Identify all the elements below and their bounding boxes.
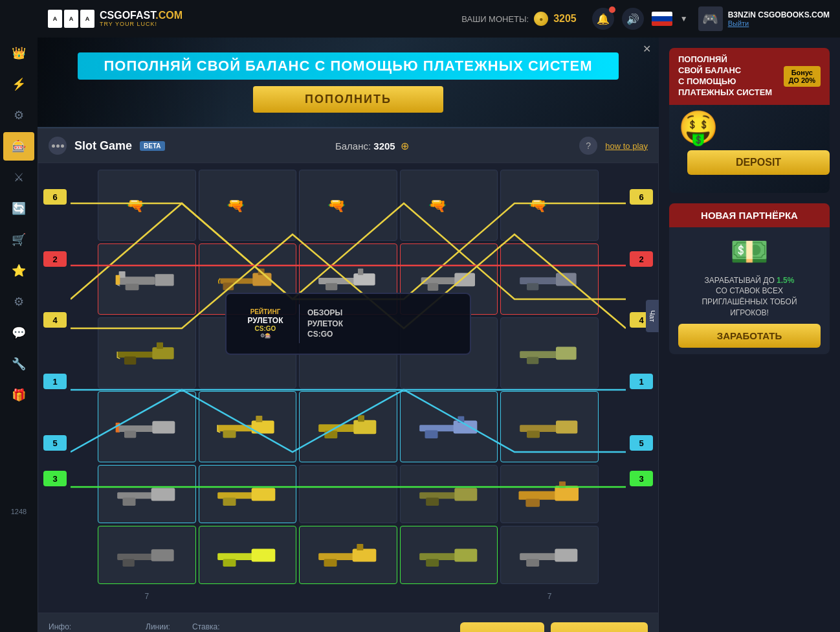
ctrl-lines-section: Линии: + 6 -: [146, 622, 179, 632]
svg-rect-53: [117, 492, 157, 499]
language-flag[interactable]: [652, 12, 672, 26]
svg-rect-28: [152, 347, 173, 359]
how-to-play-link[interactable]: how to play: [605, 141, 648, 151]
svg-rect-35: [118, 425, 157, 432]
deposit-card-body: 🤑: [669, 105, 830, 150]
ctrl-info-section: Инфо: ВАШ БАЛАНС: 3205: [49, 622, 133, 632]
sidebar-item-settings[interactable]: ⚙: [3, 288, 34, 316]
banner-close-btn[interactable]: ✕: [643, 43, 651, 55]
slot-cell-4-1: [199, 465, 297, 523]
svg-rect-20: [326, 283, 337, 290]
earn-btn[interactable]: ЗАРАБОТАТЬ: [678, 324, 821, 348]
slot-game-container: Slot Game BETA Баланс: 3205 ⊕ ? how to p…: [38, 128, 659, 632]
line-6-left: 6: [43, 189, 67, 205]
slot-balance-value: 3205: [373, 141, 395, 152]
sidebar-item-cart[interactable]: 🛒: [3, 225, 34, 254]
bonus-badge: Бонус ДО 20%: [784, 66, 821, 87]
slot-cell-4-2: [299, 465, 397, 523]
logo-icon-1: A: [48, 10, 62, 28]
svg-rect-55: [122, 497, 135, 506]
slot-row-5: [98, 465, 599, 523]
svg-rect-80: [555, 548, 578, 561]
svg-rect-38: [218, 425, 258, 431]
svg-rect-67: [151, 549, 173, 561]
slot-cell-5-1: [199, 526, 297, 584]
slot-cell-5-0: [98, 526, 196, 584]
slot-row-numbers: 7 7: [98, 587, 599, 606]
svg-rect-73: [353, 548, 377, 561]
balance-add-btn[interactable]: ⊕: [401, 141, 409, 152]
svg-rect-78: [426, 559, 439, 567]
sidebar-item-star[interactable]: ⭐: [3, 256, 34, 285]
slot-header: Slot Game BETA Баланс: 3205 ⊕ ? how to p…: [38, 129, 658, 163]
fry-character: 🤑: [678, 111, 718, 144]
sidebar-item-vs[interactable]: ⚔: [3, 163, 34, 192]
svg-rect-70: [252, 548, 276, 561]
line-3-right: 3: [630, 471, 653, 486]
sidebar-item-wrench[interactable]: 🔧: [3, 350, 34, 378]
line-5-right: 5: [630, 435, 653, 451]
col-num-7-3: [299, 587, 397, 606]
svg-rect-57: [252, 488, 276, 501]
svg-rect-48: [458, 416, 464, 422]
slot-controls: Инфо: ВАШ БАЛАНС: 3205 Линии: + 6 - Став…: [38, 613, 658, 632]
svg-rect-25: [556, 273, 577, 286]
sidebar-item-gift[interactable]: 🎁: [3, 381, 34, 409]
bonus-label: Бонус: [789, 69, 815, 76]
deposit-btn[interactable]: DEPOSIT: [687, 150, 830, 175]
notif-badge: [609, 6, 615, 13]
partner-text: ЗАРАБАТЫВАЙ ДО 1.5% СО СТАВОК ВСЕХПРИГЛА…: [702, 275, 797, 319]
partner-percent: 1.5%: [777, 276, 794, 285]
svg-rect-65: [526, 499, 540, 507]
notification-btn[interactable]: 🔔: [592, 8, 614, 30]
slot-cell-5-4: [500, 526, 599, 584]
svg-rect-69: [218, 553, 258, 560]
line-4-left: 4: [43, 312, 67, 328]
banner-title: ПОПОЛНЯЙ СВОЙ БАЛАНС С ПОМОЩЬЮ ПЛАТЕЖНЫХ…: [78, 52, 618, 80]
logout-link[interactable]: Выйти: [728, 19, 830, 27]
svg-rect-68: [122, 559, 134, 567]
user-info: B3NZiN CSGOBOOKS.COM Выйти: [728, 10, 830, 27]
svg-rect-15: [258, 268, 265, 275]
slot-reels-area: 6 2 4 1 5 3 6 2 4 1 5 3: [38, 163, 658, 613]
svg-rect-77: [454, 548, 477, 561]
header-icons: 🔔 🔊 ▼: [592, 8, 688, 30]
line-3-left: 3: [43, 471, 67, 486]
svg-rect-49: [425, 430, 437, 438]
money-stack-icon: 💵: [730, 234, 769, 270]
sidebar-item-coin-rotate[interactable]: 🔄: [3, 194, 34, 223]
banner-deposit-btn[interactable]: ПОПОЛНИТЬ: [253, 86, 443, 113]
slot-cell-0-4: 🔫: [500, 170, 599, 241]
sidebar-item-chat[interactable]: 💬: [3, 319, 34, 347]
svg-rect-45: [324, 431, 337, 438]
slot-help-btn[interactable]: ?: [579, 137, 597, 155]
ad-logo: РЕЙТИНГ РУЛЕТОК CS:GO ⚙🎰: [239, 308, 291, 339]
user-name: B3NZiN CSGOBOOKS.COM: [728, 10, 830, 19]
sidebar-item-gear-circle[interactable]: ⚙: [3, 101, 34, 130]
line-2-right: 2: [630, 251, 653, 267]
slot-row-6: [98, 526, 599, 584]
line-indicators-right: 6 2 4 1 5 3: [628, 163, 656, 613]
sidebar-item-lightning[interactable]: ⚡: [3, 70, 34, 98]
slot-cell-2-4: [500, 317, 599, 389]
svg-rect-19: [358, 268, 363, 275]
start-btn[interactable]: Старт: [551, 622, 648, 632]
sidebar-item-slots[interactable]: 🎰: [3, 132, 34, 161]
sound-btn[interactable]: 🔊: [622, 8, 644, 30]
line-2-left: 2: [43, 251, 67, 267]
logo-domain: .COM: [155, 10, 182, 21]
svg-rect-36: [152, 421, 175, 433]
slot-menu-btn[interactable]: [49, 137, 67, 155]
sidebar-item-crown[interactable]: 👑: [3, 39, 34, 67]
chat-tab[interactable]: Чат: [646, 300, 659, 332]
header-coins: ВАШИ МОНЕТЫ: ● 3205: [461, 12, 576, 26]
svg-rect-42: [318, 424, 359, 432]
ad-separator: [299, 304, 300, 343]
right-panel: ПОПОЛНЯЙСВОЙ БАЛАНСС ПОМОЩЬЮПЛАТЕЖНЫХ СИ…: [659, 38, 840, 632]
partner-body: 💵 ЗАРАБАТЫВАЙ ДО 1.5% СО СТАВОК ВСЕХПРИГ…: [669, 227, 830, 354]
auto-play-btn[interactable]: Автоигра: [460, 622, 544, 632]
col-num-7-2: [199, 587, 297, 606]
svg-rect-66: [117, 554, 156, 560]
deposit-card-header: ПОПОЛНЯЙСВОЙ БАЛАНСС ПОМОЩЬЮПЛАТЕЖНЫХ СИ…: [669, 48, 830, 105]
language-chevron[interactable]: ▼: [680, 14, 688, 23]
